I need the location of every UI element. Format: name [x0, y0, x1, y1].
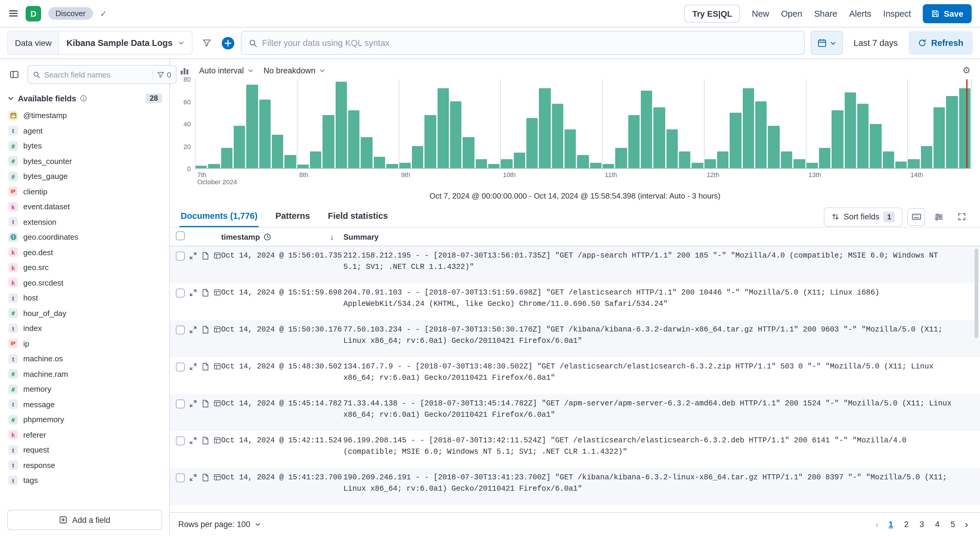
histogram-bar[interactable]: [514, 153, 525, 168]
histogram-bar[interactable]: [234, 126, 245, 168]
histogram-bar[interactable]: [425, 115, 436, 168]
histogram-bar[interactable]: [819, 148, 830, 168]
field-item-request[interactable]: trequest: [5, 442, 164, 458]
view-document-icon[interactable]: [202, 251, 209, 260]
doc-columns-icon[interactable]: [213, 473, 221, 481]
histogram-bar[interactable]: [641, 90, 652, 168]
histogram-bar[interactable]: [348, 110, 360, 168]
field-filter-button[interactable]: 0: [153, 70, 171, 79]
histogram-bar[interactable]: [832, 110, 843, 168]
field-item-bytes_gauge[interactable]: #bytes_gauge: [5, 169, 164, 184]
doc-columns-icon[interactable]: [213, 289, 221, 296]
breadcrumb[interactable]: Discover: [48, 7, 93, 20]
previous-page-icon[interactable]: ‹: [872, 519, 882, 530]
field-item-phpmemory[interactable]: #phpmemory: [5, 412, 164, 427]
histogram-bar[interactable]: [399, 162, 411, 168]
histogram-bar[interactable]: [857, 104, 869, 168]
add-field-button[interactable]: Add a field: [7, 510, 162, 530]
histogram-bar[interactable]: [247, 85, 258, 168]
histogram-bar[interactable]: [679, 151, 690, 168]
histogram-bar[interactable]: [654, 107, 665, 168]
page-4[interactable]: 4: [930, 517, 945, 531]
saved-query-filter-icon[interactable]: [198, 35, 215, 51]
histogram-bar[interactable]: [895, 162, 907, 168]
histogram-bar[interactable]: [870, 124, 881, 168]
histogram-bar[interactable]: [336, 81, 347, 168]
data-view-picker[interactable]: Data view Kibana Sample Data Logs: [7, 31, 192, 55]
nav-link-new[interactable]: New: [752, 9, 769, 18]
histogram-bar[interactable]: [934, 107, 945, 168]
page-1[interactable]: 1: [884, 517, 898, 531]
histogram-bar[interactable]: [374, 157, 385, 168]
expand-row-icon[interactable]: [189, 289, 197, 297]
expand-row-icon[interactable]: [189, 399, 197, 408]
field-item-geo.coordinates[interactable]: geo.coordinates: [5, 229, 164, 245]
histogram-bar[interactable]: [755, 102, 767, 169]
histogram-bar[interactable]: [272, 135, 283, 168]
field-item-@timestamp[interactable]: @timestamp: [5, 108, 164, 123]
histogram-bar[interactable]: [463, 137, 474, 168]
field-item-ip[interactable]: IPip: [5, 336, 164, 351]
tab-documents[interactable]: Documents (1,776): [180, 206, 259, 227]
histogram-bar[interactable]: [616, 148, 627, 168]
histogram-bar[interactable]: [310, 151, 321, 168]
expand-row-icon[interactable]: [189, 436, 197, 445]
row-checkbox[interactable]: [176, 436, 185, 445]
interval-select[interactable]: Auto interval: [199, 66, 254, 75]
histogram-bar[interactable]: [781, 151, 792, 168]
row-checkbox[interactable]: [176, 251, 185, 261]
histogram-bar[interactable]: [259, 99, 270, 168]
view-document-icon[interactable]: [202, 289, 209, 297]
field-item-machine.os[interactable]: tmachine.os: [5, 351, 164, 366]
display-options-icon[interactable]: [930, 208, 948, 226]
query-bar[interactable]: [240, 31, 805, 55]
select-all-checkbox[interactable]: [176, 231, 185, 240]
histogram-bar[interactable]: [946, 96, 958, 168]
doc-columns-icon[interactable]: [213, 399, 221, 407]
nav-link-inspect[interactable]: Inspect: [883, 9, 911, 18]
view-document-icon[interactable]: [202, 436, 209, 445]
histogram-bar[interactable]: [208, 164, 220, 168]
histogram-bar[interactable]: [196, 166, 207, 168]
histogram-bar[interactable]: [908, 159, 920, 168]
histogram-bar[interactable]: [603, 164, 614, 168]
time-range-label[interactable]: Last 7 days: [849, 38, 902, 48]
row-checkbox[interactable]: [176, 363, 185, 371]
histogram-bar[interactable]: [578, 155, 589, 168]
field-item-response[interactable]: tresponse: [5, 458, 164, 473]
row-checkbox[interactable]: [176, 399, 185, 409]
page-3[interactable]: 3: [915, 517, 929, 531]
expand-row-icon[interactable]: [189, 326, 197, 334]
breakdown-select[interactable]: No breakdown: [264, 66, 326, 75]
histogram-bar[interactable]: [221, 148, 232, 168]
field-item-tags[interactable]: ttags: [5, 473, 164, 488]
page-5[interactable]: 5: [946, 517, 960, 531]
histogram-bar[interactable]: [285, 155, 296, 168]
refresh-button[interactable]: Refresh: [908, 31, 973, 55]
histogram-bar[interactable]: [437, 88, 449, 168]
histogram-bar[interactable]: [501, 159, 513, 168]
histogram-bar[interactable]: [743, 88, 754, 168]
doc-columns-icon[interactable]: [213, 363, 221, 370]
view-document-icon[interactable]: [202, 399, 209, 408]
view-document-icon[interactable]: [202, 473, 209, 482]
field-item-clientip[interactable]: IPclientip: [5, 184, 164, 199]
view-document-icon[interactable]: [202, 363, 209, 371]
collapse-sidebar-icon[interactable]: [6, 66, 23, 83]
histogram-bar[interactable]: [768, 126, 780, 168]
histogram-bar[interactable]: [692, 162, 703, 168]
doc-columns-icon[interactable]: [213, 436, 221, 444]
save-button[interactable]: Save: [923, 4, 972, 23]
field-search-input[interactable]: [44, 70, 149, 79]
histogram-bar[interactable]: [476, 159, 487, 168]
histogram-bar[interactable]: [717, 151, 729, 168]
space-logo[interactable]: D: [25, 6, 41, 21]
chart-options-icon[interactable]: ⚙: [963, 65, 970, 76]
expand-row-icon[interactable]: [189, 473, 197, 482]
date-picker-button[interactable]: [811, 31, 843, 55]
histogram-bar[interactable]: [298, 165, 309, 168]
field-item-event.dataset[interactable]: kevent.dataset: [5, 199, 164, 214]
tab-field-statistics[interactable]: Field statistics: [327, 206, 389, 227]
nav-link-share[interactable]: Share: [814, 9, 837, 18]
field-item-extension[interactable]: textension: [5, 214, 164, 229]
